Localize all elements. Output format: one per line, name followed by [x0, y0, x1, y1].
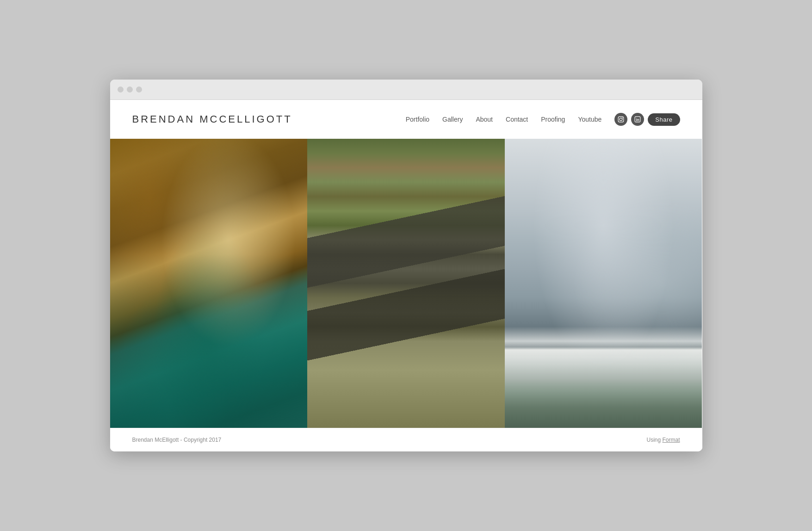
linkedin-icon-button[interactable]: in	[631, 113, 644, 126]
nav-proofing[interactable]: Proofing	[541, 116, 565, 123]
social-icons: in Share	[614, 113, 680, 126]
svg-rect-0	[618, 117, 624, 122]
maximize-button[interactable]	[136, 86, 142, 93]
site-nav: Portfolio Gallery About Contact Proofing…	[406, 113, 680, 126]
browser-chrome	[110, 80, 702, 100]
nav-contact[interactable]: Contact	[506, 116, 528, 123]
site-footer: Brendan McElligott - Copyright 2017 Usin…	[110, 428, 702, 451]
instagram-icon	[618, 116, 624, 123]
site-header: BRENDAN McCELLIGOTT Portfolio Gallery Ab…	[110, 100, 702, 139]
footer-using-prefix: Using	[646, 437, 662, 443]
gallery-grid	[110, 139, 702, 428]
svg-point-2	[622, 117, 623, 118]
nav-about[interactable]: About	[476, 116, 493, 123]
gallery-item-cave[interactable]	[110, 139, 308, 428]
footer-copyright: Brendan McElligott - Copyright 2017	[132, 437, 222, 443]
footer-format-link[interactable]: Format	[662, 437, 680, 443]
linkedin-icon: in	[634, 116, 641, 123]
footer-format-text: Using Format	[646, 437, 680, 443]
nav-youtube[interactable]: Youtube	[578, 116, 601, 123]
svg-text:in: in	[636, 118, 639, 122]
share-button[interactable]: Share	[648, 113, 680, 126]
close-button[interactable]	[118, 86, 124, 93]
nav-gallery[interactable]: Gallery	[442, 116, 463, 123]
gallery-item-road[interactable]	[307, 139, 505, 428]
instagram-icon-button[interactable]	[614, 113, 627, 126]
gallery-item-misty[interactable]	[505, 139, 702, 428]
minimize-button[interactable]	[127, 86, 133, 93]
traffic-lights	[118, 86, 142, 93]
nav-portfolio[interactable]: Portfolio	[406, 116, 429, 123]
site-logo[interactable]: BRENDAN McCELLIGOTT	[132, 113, 292, 125]
browser-window: BRENDAN McCELLIGOTT Portfolio Gallery Ab…	[110, 80, 702, 451]
svg-point-1	[620, 118, 622, 121]
website-content: BRENDAN McCELLIGOTT Portfolio Gallery Ab…	[110, 100, 702, 451]
